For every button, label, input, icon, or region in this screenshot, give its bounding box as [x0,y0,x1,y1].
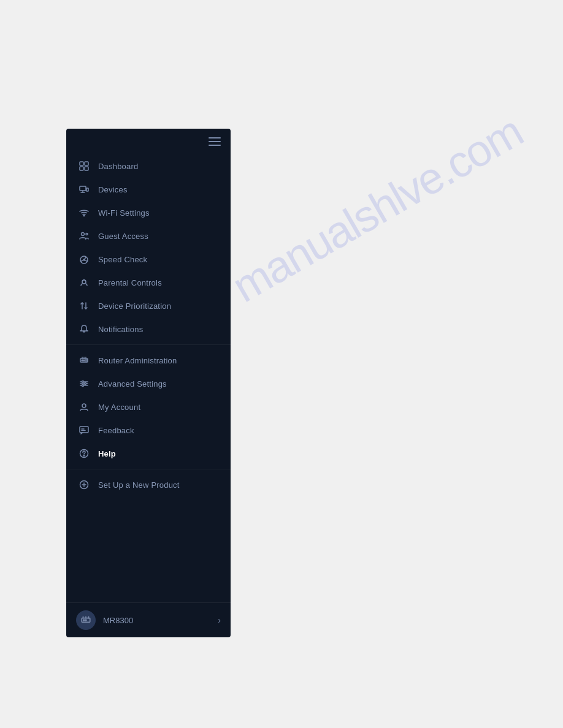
svg-point-9 [82,233,85,236]
dashboard-icon [79,161,90,172]
sidebar-item-help[interactable]: Help [66,442,231,465]
priority-icon [79,300,90,311]
watermark: manualshlve.com [224,106,530,312]
svg-rect-3 [85,167,88,170]
svg-point-10 [86,233,88,235]
router-admin-icon [79,355,90,366]
sidebar-item-label: Help [98,449,116,458]
sidebar-item-label: Devices [98,185,128,194]
divider [66,469,231,469]
help-icon [79,448,90,459]
sidebar-item-label: Speed Check [98,255,147,264]
svg-point-8 [83,215,85,216]
sidebar-item-dashboard[interactable]: Dashboard [66,154,231,178]
sidebar-item-setup[interactable]: Set Up a New Product [66,473,231,496]
sidebar-item-parental[interactable]: Parental Controls [66,271,231,294]
divider [66,344,231,345]
svg-rect-31 [80,427,88,433]
device-avatar [76,610,96,630]
chevron-right-icon: › [218,615,221,625]
sidebar-item-label: Device Prioritization [98,301,171,311]
sidebar-item-feedback[interactable]: Feedback [66,419,231,442]
sidebar-item-label: Notifications [98,325,143,334]
svg-point-44 [85,620,86,621]
add-icon [79,479,90,490]
svg-rect-1 [85,162,88,165]
svg-rect-2 [80,167,83,170]
wifi-icon [79,207,90,218]
sidebar-item-label: Dashboard [98,162,138,171]
advanced-icon [79,378,90,389]
sidebar-item-label: Feedback [98,426,134,435]
sidebar-item-wifi[interactable]: Wi-Fi Settings [66,201,231,224]
sidebar-item-label: Guest Access [98,232,148,241]
svg-point-29 [82,385,84,387]
sidebar-header [66,129,231,152]
sidebar-item-priority[interactable]: Device Prioritization [66,294,231,317]
sidebar-item-label: Set Up a New Product [98,480,180,490]
notifications-icon [79,324,90,335]
svg-point-43 [83,620,85,621]
svg-point-27 [82,381,84,383]
sidebar-item-label: My Account [98,403,140,412]
sidebar-item-guest[interactable]: Guest Access [66,224,231,248]
sidebar-item-label: Advanced Settings [98,379,167,389]
feedback-icon [79,425,90,436]
sidebar-item-label: Wi-Fi Settings [98,208,150,218]
sidebar-item-advanced[interactable]: Advanced Settings [66,372,231,395]
nav-items: Dashboard Devices [66,152,231,602]
sidebar-item-account[interactable]: My Account [66,395,231,419]
svg-point-18 [83,360,85,361]
sidebar: Dashboard Devices [66,129,231,637]
sidebar-item-devices[interactable]: Devices [66,178,231,201]
sidebar-item-speed[interactable]: Speed Check [66,248,231,271]
device-footer[interactable]: MR8300 › [66,602,231,637]
sidebar-item-router-admin[interactable]: Router Administration [66,349,231,372]
devices-icon [79,184,90,195]
menu-button[interactable] [209,137,221,146]
speed-icon [79,254,90,265]
sidebar-item-label: Parental Controls [98,278,162,287]
svg-rect-4 [80,186,86,191]
svg-point-28 [85,383,86,385]
svg-point-30 [82,404,86,408]
svg-point-17 [82,360,83,361]
parental-icon [79,277,90,288]
guest-icon [79,230,90,241]
account-icon [79,401,90,412]
sidebar-item-notifications[interactable]: Notifications [66,317,231,341]
svg-point-35 [83,455,85,457]
device-name: MR8300 [103,616,210,625]
svg-rect-0 [80,162,83,165]
sidebar-item-label: Router Administration [98,356,177,365]
svg-rect-7 [86,188,88,191]
